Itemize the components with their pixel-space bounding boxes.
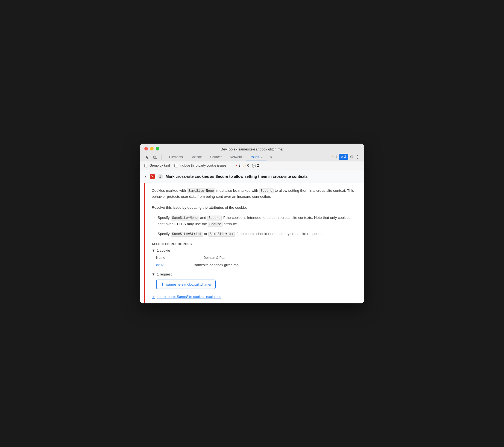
group-by-kind-checkbox[interactable]: Group by kind [144,164,170,167]
chevron-down-icon-2: ▼ [152,248,155,252]
tab-issues[interactable]: Issues ✕ [246,153,266,161]
request-group: ▼ 1 request ⬇ samesite-sandbox.glitch.me… [152,272,358,289]
group-by-kind-label: Group by kind [150,164,170,167]
bullet-item-1: → Specify SameSite=None and Secure if th… [152,215,358,227]
tab-network[interactable]: Network [226,153,246,161]
include-third-party-label: Include third-party cookie issues [180,164,226,167]
chevron-down-icon: ▼ [144,175,147,178]
code-samesite-strict: SameSite=Strict [171,232,203,237]
request-arrow-icon: ⬇ [160,282,164,287]
warning-count-badge: ⚠ 0 [243,164,249,168]
window-title: DevTools - samesite-sandbox.glitch.me/ [144,147,360,151]
cookie-name-link[interactable]: ck02 [156,263,194,267]
cookie-group: ▼ 1 cookie Name Domain & Path ck02 sames… [152,248,358,268]
more-options-icon[interactable]: ⋮ [355,154,360,159]
issue-title: Mark cross-site cookies as Secure to all… [166,174,308,179]
device-icon[interactable] [152,154,159,161]
request-group-header[interactable]: ▼ 1 request [152,272,358,276]
request-url-text: samesite-sandbox.glitch.me/ [166,282,211,286]
group-by-kind-input[interactable] [144,164,148,167]
cookie-table-row: ck02 samesite-sandbox.glitch.me/ [152,262,358,268]
cookie-group-label: 1 cookie [157,248,170,252]
bullet2-content: Specify SameSite=Strict or SameSite=Lax … [158,231,323,237]
affected-resources: Affected Resources ▼ 1 cookie Name Domai… [152,242,358,299]
settings-icon[interactable]: ⚙ [350,154,354,159]
tabs-bar: Elements Console Sources Network Issues … [144,153,360,161]
minimize-button[interactable] [150,147,154,150]
code-samesite-none-2: SameSite=None [171,216,199,220]
maximize-button[interactable] [156,147,159,150]
code-secure: Secure [259,188,274,193]
issue-body: Cookies marked with SameSite=None must a… [144,183,364,303]
chevron-down-icon-3: ▼ [152,272,155,276]
toolbar-counts: ✕ 3 ⚠ 0 💬 2 [235,164,259,168]
separator [161,155,162,160]
error-badge-icon: ✕ [150,174,155,179]
warning-badge[interactable]: ⚠ 1 [331,155,337,159]
arrow-icon-1: → [152,215,156,227]
code-samesite-none: SameSite=None [187,188,215,193]
issue-header[interactable]: ▼ ✕ 1 Mark cross-site cookies as Secure … [140,170,364,183]
issue-description: Cookies marked with SameSite=None must a… [152,188,358,200]
learn-more-icon: ➜ [152,295,155,299]
include-third-party-checkbox[interactable]: Include third-party cookie issues [174,164,226,167]
learn-more-link[interactable]: ➜ Learn more: SameSite cookies explained [152,295,358,299]
tab-elements[interactable]: Elements [165,153,187,161]
svg-rect-0 [154,156,156,158]
affected-label: Affected Resources [152,242,358,246]
tab-sources[interactable]: Sources [206,153,226,161]
bullet1-content: Specify SameSite=None and Secure if the … [158,215,358,227]
code-secure-3: Secure [208,222,222,227]
warning-tri-icon: ⚠ [243,164,247,168]
info-count-badge: 💬 2 [252,164,259,168]
request-url-link[interactable]: ⬇ samesite-sandbox.glitch.me/ [156,280,216,289]
error-count-badge: ✕ 3 [235,164,241,167]
bullet-item-2: → Specify SameSite=Strict or SameSite=La… [152,231,358,237]
tabs-end: ⚠ 1 ✕ 3 ⚙ ⋮ [331,154,360,161]
error-x-icon: ✕ [235,164,238,167]
tab-more[interactable]: » [266,153,276,161]
issues-toolbar: Group by kind Include third-party cookie… [140,161,364,170]
devtools-icons [144,154,163,161]
tab-console[interactable]: Console [187,153,206,161]
warning-icon: ⚠ [331,155,335,159]
close-button[interactable] [144,147,148,150]
code-samesite-lax: SameSite=Lax [208,232,235,237]
issues-content: ▼ ✕ 1 Mark cross-site cookies as Secure … [140,170,364,303]
col-domain-header: Domain & Path [203,256,226,260]
include-third-party-input[interactable] [174,164,178,167]
code-secure-2: Secure [207,216,222,220]
col-name-header: Name [156,256,165,260]
issue-count-circle: 1 [157,174,163,179]
request-group-label: 1 request [157,272,172,276]
error-icon: ✕ [341,155,343,159]
svg-rect-1 [156,157,157,158]
devtools-window: DevTools - samesite-sandbox.glitch.me/ [140,144,364,303]
cookie-domain: samesite-sandbox.glitch.me/ [194,263,239,267]
toolbar-separator [231,163,231,168]
learn-more-text: Learn more: SameSite cookies explained [157,295,221,299]
cookie-table-header: Name Domain & Path [152,255,358,261]
titlebar: DevTools - samesite-sandbox.glitch.me/ [140,144,364,161]
arrow-icon-2: → [152,231,156,237]
error-badge[interactable]: ✕ 3 [339,154,348,160]
tab-close-icon[interactable]: ✕ [260,156,263,159]
cursor-icon[interactable] [144,154,151,161]
info-icon: 💬 [252,164,256,168]
resolve-text: Resolve this issue by updating the attri… [152,205,358,211]
cookie-group-header[interactable]: ▼ 1 cookie [152,248,358,252]
